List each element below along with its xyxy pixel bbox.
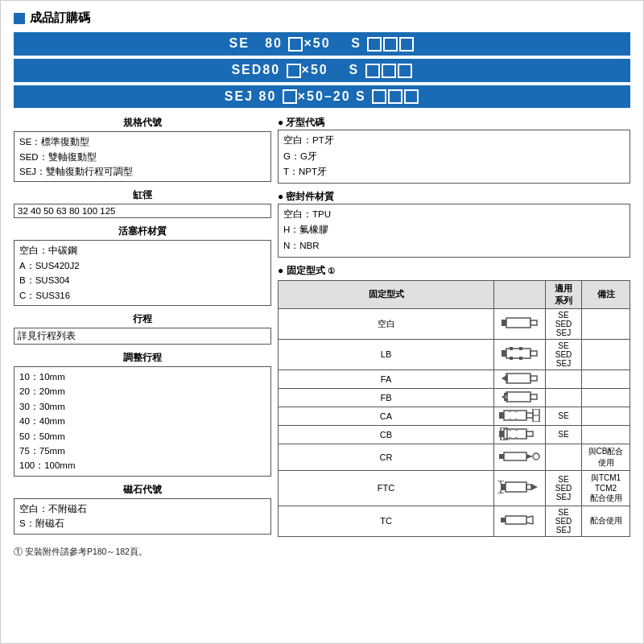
svg-rect-21 bbox=[499, 412, 504, 419]
svg-rect-1 bbox=[506, 318, 530, 328]
fix-note-fa bbox=[582, 369, 630, 388]
seal-section: 密封件材質 空白：TPU H：氟橡膠 N：NBR bbox=[278, 190, 630, 258]
main-content: 規格代號 SE：標準復動型 SED：雙軸復動型 SEJ：雙軸復動行程可調型 缸徑… bbox=[14, 116, 630, 543]
right-column: 牙型代碼 空白：PT牙 G：G牙 T：NPT牙 密封件材質 空白：TPU H：氟… bbox=[278, 116, 630, 543]
svg-rect-24 bbox=[509, 410, 511, 412]
rod-box: 空白：中碳鋼 A：SUS420J2 B：SUS304 C：SUS316 bbox=[14, 240, 271, 306]
fix-icon-fa bbox=[494, 369, 546, 388]
seal-item-1: H：氟橡膠 bbox=[283, 222, 625, 238]
fix-icon-blank bbox=[494, 308, 546, 339]
bore-values: 32 40 50 63 80 100 125 bbox=[14, 204, 271, 218]
fix-table-header-0: 固定型式 bbox=[279, 280, 494, 308]
adj-item-5: 75：75mm bbox=[19, 444, 266, 458]
magnet-section: 磁石代號 空白：不附磁石 S：附磁石 bbox=[14, 483, 271, 535]
seal-label: 密封件材質 bbox=[278, 190, 630, 204]
fix-note-fb bbox=[582, 388, 630, 407]
svg-rect-39 bbox=[504, 452, 526, 460]
svg-rect-18 bbox=[505, 395, 508, 398]
svg-rect-23 bbox=[526, 413, 533, 418]
spec-item-1: SED：雙軸復動型 bbox=[19, 150, 266, 164]
rod-item-0: 空白：中碳鋼 bbox=[19, 243, 266, 258]
adj-item-1: 20：20mm bbox=[19, 384, 266, 398]
fix-note-blank bbox=[582, 308, 630, 339]
fix-label: ● 固定型式 ① bbox=[278, 264, 630, 278]
svg-rect-30 bbox=[499, 431, 504, 437]
fix-note-tc: 配合使用 bbox=[582, 506, 630, 536]
svg-rect-36 bbox=[515, 437, 518, 440]
fix-type-blank: 空白 bbox=[279, 308, 494, 339]
fix-icon-ca bbox=[494, 407, 546, 425]
svg-rect-43 bbox=[506, 482, 526, 492]
fix-table: 固定型式 適用系列 備注 空白 bbox=[278, 280, 630, 537]
svg-rect-7 bbox=[510, 347, 513, 350]
svg-rect-16 bbox=[530, 394, 537, 399]
svg-rect-20 bbox=[504, 398, 508, 401]
svg-rect-11 bbox=[506, 374, 530, 383]
fix-row-fb: FB bbox=[279, 388, 630, 407]
seal-box: 空白：TPU H：氟橡膠 N：NBR bbox=[278, 204, 630, 258]
svg-rect-15 bbox=[506, 392, 530, 402]
fix-icon-lb bbox=[494, 339, 546, 369]
seal-item-2: N：NBR bbox=[283, 238, 625, 254]
spec-item-2: SEJ：雙軸復動行程可調型 bbox=[19, 164, 266, 179]
fix-note: ① bbox=[328, 266, 335, 275]
svg-rect-25 bbox=[509, 419, 511, 421]
section-title-text: 成品訂購碼 bbox=[30, 10, 90, 26]
svg-rect-42 bbox=[501, 484, 506, 490]
fix-series-fa bbox=[546, 369, 582, 388]
svg-rect-44 bbox=[526, 485, 531, 489]
svg-rect-14 bbox=[505, 377, 508, 380]
spec-box: SE：標準復動型 SED：雙軸復動型 SEJ：雙軸復動行程可調型 bbox=[14, 131, 271, 182]
page: 成品訂購碼 SE 80 ×50 S SED80 ×50 S SEJ 80 ×50… bbox=[0, 0, 644, 644]
svg-line-52 bbox=[526, 516, 533, 518]
svg-rect-19 bbox=[504, 393, 508, 395]
svg-rect-9 bbox=[510, 357, 513, 360]
thread-item-2: T：NPT牙 bbox=[283, 164, 625, 180]
fix-series-tc: SE SED SEJ bbox=[546, 506, 582, 536]
adj-item-2: 30：30mm bbox=[19, 399, 266, 414]
fix-row-ca: CA bbox=[279, 407, 630, 425]
svg-rect-26 bbox=[515, 410, 518, 412]
fix-type-cb: CB bbox=[279, 425, 494, 444]
magnet-box: 空白：不附磁石 S：附磁石 bbox=[14, 498, 271, 535]
fix-row-cr: CR 與CB配合 使用 bbox=[279, 444, 630, 470]
left-column: 規格代號 SE：標準復動型 SED：雙軸復動型 SEJ：雙軸復動行程可調型 缸徑… bbox=[14, 116, 271, 543]
svg-rect-35 bbox=[515, 428, 518, 431]
thread-item-1: G：G牙 bbox=[283, 149, 625, 165]
fix-row-blank: 空白 SE SED SEJ bbox=[279, 308, 630, 339]
bore-label: 缸徑 bbox=[14, 188, 271, 202]
svg-rect-6 bbox=[530, 351, 537, 356]
adj-item-3: 40：40mm bbox=[19, 414, 266, 428]
fix-note-cr: 與CB配合 使用 bbox=[582, 444, 630, 470]
fix-table-header-1 bbox=[494, 280, 546, 308]
svg-rect-12 bbox=[530, 376, 537, 381]
fix-series-ca: SE bbox=[546, 407, 582, 425]
adj-label: 調整行程 bbox=[14, 351, 271, 365]
fix-note-ca bbox=[582, 407, 630, 425]
fix-type-fa: FA bbox=[279, 369, 494, 388]
svg-point-41 bbox=[533, 453, 539, 460]
fix-icon-cr bbox=[494, 444, 546, 470]
fix-row-lb: LB bbox=[279, 339, 630, 369]
seal-item-0: 空白：TPU bbox=[283, 207, 625, 223]
order-code-bar-1: SE 80 ×50 S bbox=[14, 32, 630, 56]
svg-rect-38 bbox=[499, 454, 504, 459]
adj-item-4: 50：50mm bbox=[19, 429, 266, 444]
fix-icon-fb bbox=[494, 388, 546, 407]
fix-row-fa: FA bbox=[279, 369, 630, 388]
spec-section: 規格代號 SE：標準復動型 SED：雙軸復動型 SEJ：雙軸復動行程可調型 bbox=[14, 116, 271, 182]
svg-rect-10 bbox=[519, 357, 522, 360]
fix-type-ca: CA bbox=[279, 407, 494, 425]
fix-row-tc: TC SE SED SEJ bbox=[279, 506, 630, 536]
fix-row-ftc: FTC bbox=[279, 470, 630, 506]
svg-marker-40 bbox=[526, 454, 533, 459]
fix-type-fb: FB bbox=[279, 388, 494, 407]
rod-label: 活塞杆材質 bbox=[14, 225, 271, 238]
rod-section: 活塞杆材質 空白：中碳鋼 A：SUS420J2 B：SUS304 C：SUS31… bbox=[14, 225, 271, 306]
fix-type-cr: CR bbox=[279, 444, 494, 470]
order-code-bar-3: SEJ 80 ×50–20 S bbox=[14, 85, 630, 109]
fix-icon-ftc bbox=[494, 470, 546, 506]
svg-rect-27 bbox=[515, 419, 518, 421]
svg-rect-34 bbox=[509, 437, 511, 440]
fix-note-lb bbox=[582, 339, 630, 369]
